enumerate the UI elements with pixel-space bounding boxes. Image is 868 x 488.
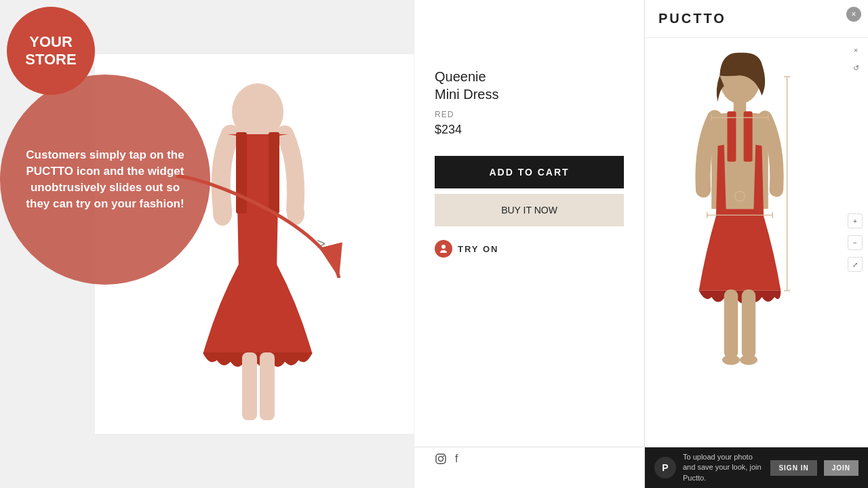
instagram-icon[interactable] [435,453,447,468]
svg-rect-6 [260,352,275,420]
zoom-in-button[interactable]: + [848,214,863,228]
next-image-button[interactable]: > [317,235,326,253]
social-icons: f [435,453,624,468]
puctto-bottom-text: To upload your photo and save your look,… [683,452,764,483]
badge-line1: YOUR [29,33,73,51]
puctto-logo: PUCTTO [658,11,726,26]
bubble-text: Customers simply tap on the PUCTTO icon … [0,127,210,232]
svg-rect-5 [242,352,257,420]
svg-point-11 [439,457,443,462]
svg-point-12 [443,455,444,457]
speech-bubble: Customers simply tap on the PUCTTO icon … [0,75,210,285]
product-color: RED [435,110,624,119]
join-button[interactable]: JOIN [824,460,859,476]
product-detail: Queenie Mini Dress RED $234 ADD TO CART … [414,0,644,488]
product-name: Queenie Mini Dress [435,68,624,103]
svg-rect-27 [724,289,738,359]
add-to-cart-button[interactable]: ADD TO CART [435,156,624,188]
left-panel: YOUR STORE Customers simply tap on the P… [0,0,644,488]
svg-rect-28 [742,289,755,359]
svg-rect-10 [436,454,446,464]
try-on-row[interactable]: TRY ON [435,240,624,258]
svg-rect-3 [236,132,247,214]
model-image [652,38,828,418]
svg-point-30 [740,355,757,365]
buy-it-now-button[interactable]: BUY IT NOW [435,194,624,226]
puctto-bottom-bar: P To upload your photo and save your loo… [645,447,868,488]
puctto-p-icon: P [654,457,676,479]
side-controls: + − ⤢ [848,214,863,272]
close-model-button[interactable]: × [849,43,863,57]
resize-button[interactable]: ⤢ [848,257,863,272]
try-on-label: TRY ON [458,244,498,254]
svg-rect-16 [744,111,753,161]
product-price: $234 [435,123,624,137]
your-store-badge: YOUR STORE [7,7,95,95]
svg-point-8 [287,202,304,225]
detail-divider [414,447,644,447]
try-on-icon [435,240,452,258]
person-icon [439,244,448,253]
close-button[interactable]: × [846,7,861,22]
badge-line2: STORE [25,51,76,68]
svg-point-29 [722,355,740,365]
facebook-icon[interactable]: f [455,453,458,468]
svg-point-9 [441,245,446,249]
svg-point-7 [213,201,232,226]
puctto-header: PUCTTO × [645,0,868,38]
zoom-out-button[interactable]: − [848,235,863,250]
puctto-panel: PUCTTO × [644,0,868,488]
svg-rect-15 [727,111,736,161]
model-top-controls: × ↺ [849,43,863,75]
svg-rect-4 [269,132,279,214]
model-container: × ↺ + − ⤢ [645,38,868,447]
refresh-model-button[interactable]: ↺ [849,61,863,75]
sign-in-button[interactable]: SIGN IN [770,460,816,476]
